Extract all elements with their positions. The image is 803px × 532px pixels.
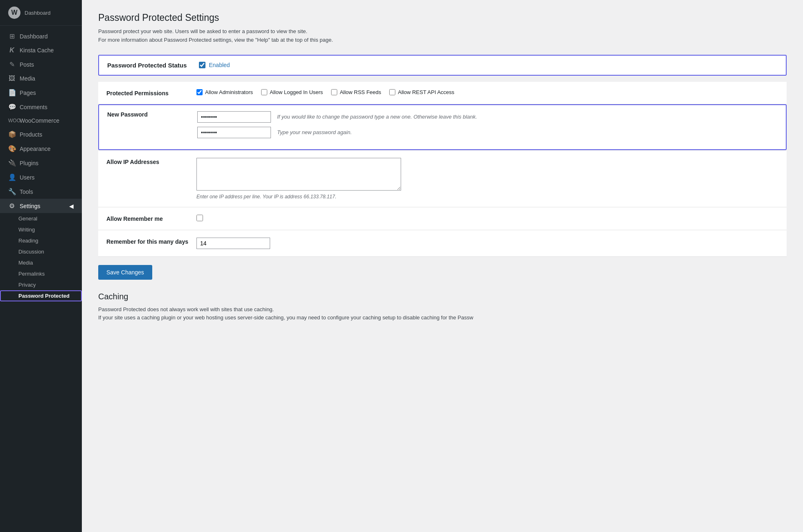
sidebar-item-plugins[interactable]: 🔌 Plugins xyxy=(0,156,82,170)
new-password-box: New Password If you would like to change… xyxy=(98,104,787,150)
save-changes-button[interactable]: Save Changes xyxy=(98,265,152,280)
sidebar-item-products[interactable]: 📦 Products xyxy=(0,127,82,141)
kinsta-icon: K xyxy=(8,47,16,54)
enabled-checkbox-label[interactable]: Enabled xyxy=(199,62,230,68)
sidebar-label-media: Media xyxy=(20,75,35,82)
sidebar-label-products: Products xyxy=(20,131,42,138)
submenu-item-writing[interactable]: Writing xyxy=(0,224,82,235)
remember-me-row: Allow Remember me xyxy=(98,207,787,230)
submenu-item-permalinks[interactable]: Permalinks xyxy=(0,268,82,279)
password-label-row: New Password If you would like to change… xyxy=(107,111,778,138)
status-box: Password Protected Status Enabled xyxy=(98,55,787,76)
permissions-content: Allow Administrators Allow Logged In Use… xyxy=(196,89,778,97)
password-row-1: If you would like to change the password… xyxy=(197,111,477,123)
settings-submenu: General Writing Reading Discussion Media… xyxy=(0,213,82,301)
settings-icon: ⚙ xyxy=(8,202,16,210)
sidebar-item-tools[interactable]: 🔧 Tools xyxy=(0,184,82,199)
sidebar-item-appearance[interactable]: 🎨 Appearance xyxy=(0,141,82,156)
enabled-checkbox[interactable] xyxy=(199,62,205,68)
perm-rest-api-checkbox[interactable] xyxy=(389,89,395,95)
perm-rss-checkbox[interactable] xyxy=(331,89,337,95)
users-icon: 👤 xyxy=(8,173,16,181)
sidebar-menu: ⊞ Dashboard K Kinsta Cache ✎ Posts 🖼 Med… xyxy=(0,26,82,532)
page-title: Password Protected Settings xyxy=(98,12,787,23)
wp-logo-icon: W xyxy=(8,7,20,19)
perm-rest-api-label: Allow REST API Access xyxy=(398,89,454,95)
remember-days-row: Remember for this many days 14 xyxy=(98,230,787,257)
page-description: Password protect your web site. Users wi… xyxy=(98,27,787,45)
posts-icon: ✎ xyxy=(8,61,16,68)
sidebar-item-woocommerce[interactable]: WOO WooCommerce xyxy=(0,114,82,127)
perm-rest-api[interactable]: Allow REST API Access xyxy=(389,89,454,95)
sidebar-item-users[interactable]: 👤 Users xyxy=(0,170,82,184)
comments-icon: 💬 xyxy=(8,103,16,111)
password-input-1[interactable] xyxy=(197,111,271,123)
sidebar-item-media[interactable]: 🖼 Media xyxy=(0,72,82,85)
perm-admins-checkbox[interactable] xyxy=(196,89,203,95)
perm-logged-in[interactable]: Allow Logged In Users xyxy=(261,89,323,95)
ip-label: Allow IP Addresses xyxy=(106,158,196,200)
caching-title: Caching xyxy=(98,292,787,301)
password-hint-1: If you would like to change the password… xyxy=(277,114,477,120)
submenu-item-password-protected[interactable]: Password Protected xyxy=(0,290,82,301)
password-row-2: Type your new password again. xyxy=(197,127,477,138)
sidebar-item-dashboard[interactable]: ⊞ Dashboard xyxy=(0,29,82,43)
sidebar-label-kinsta: Kinsta Cache xyxy=(20,47,54,54)
perm-rss[interactable]: Allow RSS Feeds xyxy=(331,89,381,95)
sidebar: W Dashboard ⊞ Dashboard K Kinsta Cache ✎… xyxy=(0,0,82,532)
sidebar-item-kinsta-cache[interactable]: K Kinsta Cache xyxy=(0,43,82,57)
desc-line1: Password protect your web site. Users wi… xyxy=(98,27,787,36)
sidebar-label-plugins: Plugins xyxy=(20,160,38,166)
remember-days-label: Remember for this many days xyxy=(106,238,196,249)
submenu-item-general[interactable]: General xyxy=(0,213,82,224)
settings-arrow-icon: ◀ xyxy=(69,203,74,209)
sidebar-item-posts[interactable]: ✎ Posts xyxy=(0,57,82,72)
perm-logged-in-label: Allow Logged In Users xyxy=(270,89,323,95)
caching-section: Caching Password Protected does not alwa… xyxy=(98,292,787,323)
tools-icon: 🔧 xyxy=(8,188,16,195)
enabled-label: Enabled xyxy=(209,62,230,68)
permissions-row: Protected Permissions Allow Administrato… xyxy=(98,82,787,104)
pages-icon: 📄 xyxy=(8,89,16,97)
ip-row: Allow IP Addresses Enter one IP address … xyxy=(98,150,787,207)
sidebar-label-posts: Posts xyxy=(20,61,34,68)
password-inputs: If you would like to change the password… xyxy=(197,111,477,138)
new-password-label: New Password xyxy=(107,111,185,138)
perm-rss-label: Allow RSS Feeds xyxy=(340,89,381,95)
remember-days-content: 14 xyxy=(196,238,778,249)
sidebar-label-woo: WooCommerce xyxy=(20,117,59,124)
sidebar-label-users: Users xyxy=(20,174,35,181)
media-icon: 🖼 xyxy=(8,75,16,82)
submenu-item-reading[interactable]: Reading xyxy=(0,235,82,246)
main-content: Password Protected Settings Password pro… xyxy=(82,0,803,532)
sidebar-label-dashboard: Dashboard xyxy=(20,33,48,40)
appearance-icon: 🎨 xyxy=(8,145,16,153)
sidebar-label-comments: Comments xyxy=(20,104,47,110)
sidebar-label-appearance: Appearance xyxy=(20,146,51,152)
sidebar-item-pages[interactable]: 📄 Pages xyxy=(0,85,82,100)
sidebar-label-pages: Pages xyxy=(20,90,36,96)
sidebar-label-settings: Settings xyxy=(20,203,41,209)
sidebar-item-comments[interactable]: 💬 Comments xyxy=(0,100,82,114)
ip-textarea[interactable] xyxy=(196,158,401,191)
perm-admins-label: Allow Administrators xyxy=(205,89,253,95)
caching-description: Password Protected does not always work … xyxy=(98,305,787,323)
status-label: Password Protected Status xyxy=(107,62,187,69)
perm-admins[interactable]: Allow Administrators xyxy=(196,89,253,95)
submenu-item-privacy[interactable]: Privacy xyxy=(0,279,82,290)
remember-days-input[interactable]: 14 xyxy=(196,238,270,249)
perm-logged-in-checkbox[interactable] xyxy=(261,89,267,95)
new-password-row: New Password If you would like to change… xyxy=(98,104,787,150)
password-input-2[interactable] xyxy=(197,127,271,138)
sidebar-logo[interactable]: W Dashboard xyxy=(0,0,82,26)
desc-line2: For more information about Password Prot… xyxy=(98,36,787,45)
logo-label: Dashboard xyxy=(25,10,51,16)
permissions-options: Allow Administrators Allow Logged In Use… xyxy=(196,89,778,95)
woo-icon: WOO xyxy=(8,118,16,123)
remember-me-checkbox[interactable] xyxy=(196,215,203,221)
password-hint-2: Type your new password again. xyxy=(277,129,352,135)
submenu-item-media[interactable]: Media xyxy=(0,257,82,268)
sidebar-item-settings[interactable]: ⚙ Settings ◀ xyxy=(0,199,82,213)
submenu-item-discussion[interactable]: Discussion xyxy=(0,246,82,257)
ip-content: Enter one IP address per line. Your IP i… xyxy=(196,158,778,200)
